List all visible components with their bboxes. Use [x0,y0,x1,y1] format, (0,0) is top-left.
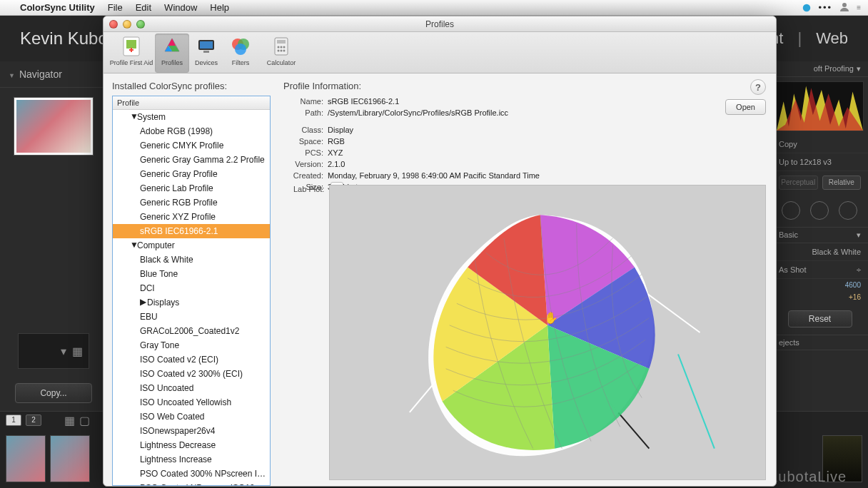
menu-help[interactable]: Help [210,2,229,13]
tree-item[interactable]: Adobe RGB (1998) [113,124,270,138]
tree-header[interactable]: Profile [113,96,270,110]
knob-2[interactable] [810,201,829,220]
tree-item[interactable]: Blue Tone [113,267,270,281]
filters-icon [229,35,252,58]
toolbar-profiles[interactable]: Profiles [155,34,189,73]
navigator-preview[interactable] [14,98,93,155]
tree-item[interactable]: ISOnewspaper26v4 [113,424,270,438]
mac-menubar: ColorSync Utility File Edit Window Help … [0,0,868,16]
knob-3[interactable] [839,201,857,220]
temp-value[interactable]: 4600 [772,279,868,291]
tree-item[interactable]: ISO Uncoated [113,381,270,395]
create-proof-copy[interactable]: Copy [779,140,797,148]
profiles-icon [161,35,183,58]
basic-panel-title[interactable]: Basic [779,230,798,240]
tree-item[interactable]: Generic Gray Gamma 2.2 Profile [113,153,270,167]
spotlight-icon[interactable] [802,3,812,13]
lab-plot[interactable]: ✋ [329,185,766,480]
profile-info: Name:sRGB IEC61966-2.1 Path:/System/Libr… [283,96,766,193]
svg-rect-8 [203,51,209,53]
primary-display[interactable]: 1 [6,415,21,426]
info-pcs: XYZ [328,147,343,158]
tree-group[interactable]: ▶Displays [113,295,270,310]
tree-item[interactable]: Gray Tone [113,338,270,352]
menu-edit[interactable]: Edit [136,2,151,13]
tree-item[interactable]: Lightness Decrease [113,438,270,452]
tree-group[interactable]: ▼System [113,110,270,124]
tree-item[interactable]: Black & White [113,253,270,267]
histogram[interactable] [776,81,864,131]
toolbar-devices[interactable]: Devices [189,34,223,73]
intent-perceptual[interactable]: Perceptual [779,176,818,190]
toolbar-profile-first-aid[interactable]: Profile First Aid [108,34,155,73]
tree-item[interactable]: GRACoL2006_Coated1v2 [113,324,270,338]
knob-1[interactable] [782,201,800,220]
tree-item[interactable]: PSO Coated 300% NPscreen ISO1264 [113,467,270,481]
copy-button[interactable]: Copy... [15,383,92,403]
info-path: /System/Library/ColorSync/Profiles/sRGB … [328,107,508,118]
minimize-icon[interactable] [123,20,131,29]
filmstrip-thumb[interactable] [50,435,90,482]
status-dots-icon[interactable]: ••• [819,2,833,13]
navigator-panel-title[interactable]: Navigator [0,61,107,88]
info-space: RGB [328,136,345,147]
tree-item[interactable]: Lightness Increase [113,452,270,467]
zoom-icon[interactable] [136,20,145,29]
intent-relative[interactable]: Relative [822,176,862,190]
tint-value[interactable]: +16 [772,291,868,303]
svg-rect-5 [131,48,132,52]
tree-item[interactable]: ISO Web Coated [113,410,270,424]
tree-item[interactable]: Generic XYZ Profile [113,210,270,224]
menu-file[interactable]: File [108,2,123,13]
first-aid-icon [120,35,143,58]
svg-point-11 [235,44,246,55]
app-name[interactable]: ColorSync Utility [20,2,95,13]
svg-rect-13 [277,40,286,44]
tree-item[interactable]: ISO Uncoated Yellowish [113,395,270,410]
installed-profiles-title: Installed ColorSync profiles: [112,81,271,91]
chevron-down-icon[interactable]: ▾ [61,345,66,358]
svg-point-14 [278,46,280,49]
tree-item[interactable]: Generic RGB Profile [113,195,270,210]
tree-group[interactable]: ▼Computer [113,238,270,253]
tree-item[interactable]: ISO Coated v2 300% (ECI) [113,367,270,381]
nav-controls[interactable]: ▾ ▦ [18,333,89,369]
tree-item[interactable]: Generic Gray Profile [113,167,270,181]
loupe-view-icon[interactable]: ▢ [79,414,90,427]
tree-item[interactable]: PSO Coated NPscreen ISO12647 (ECI [113,481,270,486]
grid-icon[interactable]: ▦ [72,345,83,358]
wb-label[interactable]: As Shot [779,265,807,274]
svg-point-15 [281,46,283,49]
soft-proofing-title[interactable]: oft Proofing [814,64,854,73]
tree-item[interactable]: DCI [113,281,270,295]
info-name: sRGB IEC61966-2.1 [328,96,399,107]
grid-view-icon[interactable]: ▦ [64,414,75,427]
window-titlebar[interactable]: Profiles [104,16,776,32]
tree-item[interactable]: ISO Coated v2 (ECI) [113,352,270,367]
toolbar-calculator[interactable]: Calculator [258,34,305,73]
filmstrip-thumb[interactable] [6,435,46,482]
toolbar-filters[interactable]: Filters [223,34,258,73]
tree-item[interactable]: sRGB IEC61966-2.1 [113,224,270,238]
siri-icon[interactable]: ≡ [857,4,861,11]
close-icon[interactable] [109,20,118,29]
reset-button[interactable]: Reset [788,310,852,327]
snapshots-title[interactable]: ejects [779,338,799,347]
secondary-display[interactable]: 2 [26,415,41,426]
tree-item[interactable]: EBU [113,310,270,324]
treatment-bw[interactable]: Black & White [812,248,861,256]
help-button[interactable]: ? [750,79,766,95]
user-icon[interactable] [839,1,849,14]
menu-window[interactable]: Window [164,2,197,13]
profile-tree[interactable]: Profile ▼SystemAdobe RGB (1998)Generic C… [112,96,271,486]
svg-point-18 [281,50,283,52]
grab-cursor-icon: ✋ [544,311,558,325]
window-title: Profiles [425,19,454,29]
module-web[interactable]: Web [816,29,848,48]
tree-item[interactable]: Generic CMYK Profile [113,138,270,153]
wb-dropdown-icon[interactable]: ÷ [857,265,861,274]
profile-select[interactable]: Up to 12x18 v3 [772,153,868,171]
devices-icon [195,35,218,58]
tree-item[interactable]: Generic Lab Profile [113,181,270,195]
open-button[interactable]: Open [725,99,766,115]
